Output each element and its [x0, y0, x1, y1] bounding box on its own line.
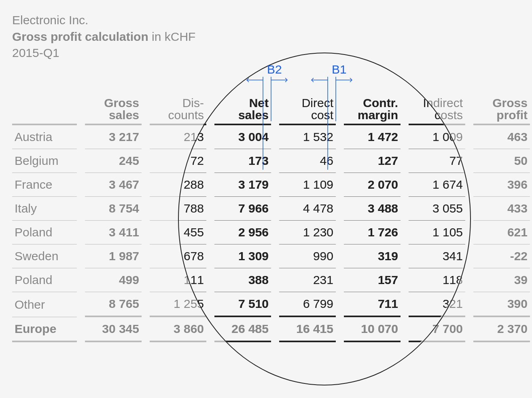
cell-net_sales: 3 179	[214, 173, 271, 197]
table-row: Austria3 2172133 0041 5321 4721 009463	[12, 125, 530, 149]
table-row: Italy8 7547887 9664 4783 4883 055433	[12, 197, 530, 221]
report-title-bold: Gross profit calculation	[12, 30, 148, 43]
cell-contr_margin: 157	[344, 268, 401, 292]
table-row: France3 4672883 1791 1092 0701 674396	[12, 173, 530, 197]
cell-indirect_costs: 7 700	[409, 317, 465, 342]
cell-direct_cost: 1 532	[279, 125, 336, 149]
cell-discounts: 455	[150, 221, 206, 244]
period-label: 2015-Q1	[12, 45, 195, 61]
table-row: Poland3 4114552 9561 2301 7261 105621	[12, 221, 530, 244]
cell-net_sales: 1 309	[214, 244, 271, 268]
cell-gross_sales: 3 411	[85, 221, 142, 244]
table-row: Belgium24572173461277750	[12, 149, 530, 173]
cell-gross_sales: 8 765	[85, 292, 142, 317]
page: Electronic Inc. Gross profit calculation…	[0, 0, 532, 398]
cell-contr_margin: 711	[344, 292, 401, 317]
annotation-b2-label: B2	[267, 63, 282, 76]
cell-direct_cost: 4 478	[279, 197, 336, 221]
cell-gross_sales: 499	[85, 268, 142, 292]
col-header-gross_profit: Grossprofit	[473, 89, 530, 125]
cell-direct_cost: 1 109	[279, 173, 336, 197]
cell-gross_profit: 2 370	[473, 317, 530, 342]
cell-net_sales: 2 956	[214, 221, 271, 244]
cell-gross_profit: 390	[473, 292, 530, 317]
cell-discounts: 213	[150, 125, 206, 149]
table-row: Sweden1 9876781 309990319341-22	[12, 244, 530, 268]
cell-gross_sales: 30 345	[85, 317, 142, 342]
row-label: Europe	[12, 317, 77, 342]
row-label: Belgium	[12, 149, 77, 173]
col-header-direct_cost: Directcost	[279, 89, 336, 125]
cell-direct_cost: 1 230	[279, 221, 336, 244]
cell-contr_margin: 3 488	[344, 197, 401, 221]
cell-direct_cost: 990	[279, 244, 336, 268]
cell-net_sales: 7 510	[214, 292, 271, 317]
row-label: Italy	[12, 197, 77, 221]
cell-discounts: 288	[150, 173, 206, 197]
cell-contr_margin: 2 070	[344, 173, 401, 197]
table-row: Poland49911138823115711839	[12, 268, 530, 292]
cell-discounts: 3 860	[150, 317, 206, 342]
cell-gross_profit: 50	[473, 149, 530, 173]
report-title: Gross profit calculation in kCHF	[12, 29, 195, 45]
cell-indirect_costs: 3 055	[409, 197, 465, 221]
cell-contr_margin: 10 070	[344, 317, 401, 342]
company-name: Electronic Inc.	[12, 12, 195, 29]
title-block: Electronic Inc. Gross profit calculation…	[12, 12, 195, 61]
cell-net_sales: 173	[214, 149, 271, 173]
cell-gross_sales: 245	[85, 149, 142, 173]
cell-direct_cost: 46	[279, 149, 336, 173]
cell-gross_profit: 463	[473, 125, 530, 149]
cell-gross_sales: 3 467	[85, 173, 142, 197]
cell-discounts: 1 255	[150, 292, 206, 317]
col-header-gross_sales: Grosssales	[85, 89, 142, 125]
cell-direct_cost: 16 415	[279, 317, 336, 342]
table-base-layer: GrosssalesDis-countsNetsalesDirectcostCo…	[12, 89, 522, 342]
report-title-unit: in kCHF	[148, 30, 196, 43]
cell-gross_sales: 8 754	[85, 197, 142, 221]
table-row: Other8 7651 2557 5106 799711321390	[12, 292, 530, 317]
cell-net_sales: 26 485	[214, 317, 271, 342]
cell-indirect_costs: 321	[409, 292, 465, 317]
row-label: Other	[12, 292, 77, 317]
cell-indirect_costs: 1 105	[409, 221, 465, 244]
table-row: Europe30 3453 86026 48516 41510 0707 700…	[12, 317, 530, 342]
cell-indirect_costs: 118	[409, 268, 465, 292]
cell-indirect_costs: 77	[409, 149, 465, 173]
cell-net_sales: 7 966	[214, 197, 271, 221]
cell-indirect_costs: 1 009	[409, 125, 465, 149]
cell-net_sales: 388	[214, 268, 271, 292]
cell-direct_cost: 6 799	[279, 292, 336, 317]
cell-contr_margin: 1 726	[344, 221, 401, 244]
row-label: Sweden	[12, 244, 77, 268]
row-label: France	[12, 173, 77, 197]
row-label: Poland	[12, 268, 77, 292]
cell-contr_margin: 1 472	[344, 125, 401, 149]
table-header: GrosssalesDis-countsNetsalesDirectcostCo…	[12, 89, 530, 125]
cell-direct_cost: 231	[279, 268, 336, 292]
cell-gross_profit: 396	[473, 173, 530, 197]
cell-gross_profit: -22	[473, 244, 530, 268]
cell-gross_sales: 3 217	[85, 125, 142, 149]
cell-gross_profit: 39	[473, 268, 530, 292]
cell-net_sales: 3 004	[214, 125, 271, 149]
col-header-discounts: Dis-counts	[150, 89, 206, 125]
cell-contr_margin: 127	[344, 149, 401, 173]
cell-discounts: 111	[150, 268, 206, 292]
cell-gross_profit: 621	[473, 221, 530, 244]
col-header-indirect_costs: Indirectcosts	[409, 89, 465, 125]
cell-discounts: 72	[150, 149, 206, 173]
cell-discounts: 788	[150, 197, 206, 221]
cell-gross_sales: 1 987	[85, 244, 142, 268]
table-body: Austria3 2172133 0041 5321 4721 009463Be…	[12, 125, 530, 342]
cell-indirect_costs: 1 674	[409, 173, 465, 197]
row-label: Austria	[12, 125, 77, 149]
profit-table: GrosssalesDis-countsNetsalesDirectcostCo…	[12, 89, 530, 342]
cell-contr_margin: 319	[344, 244, 401, 268]
row-label: Poland	[12, 221, 77, 244]
cell-discounts: 678	[150, 244, 206, 268]
cell-indirect_costs: 341	[409, 244, 465, 268]
col-header-net_sales: Netsales	[214, 89, 271, 125]
col-header-contr_margin: Contr.margin	[344, 89, 401, 125]
cell-gross_profit: 433	[473, 197, 530, 221]
